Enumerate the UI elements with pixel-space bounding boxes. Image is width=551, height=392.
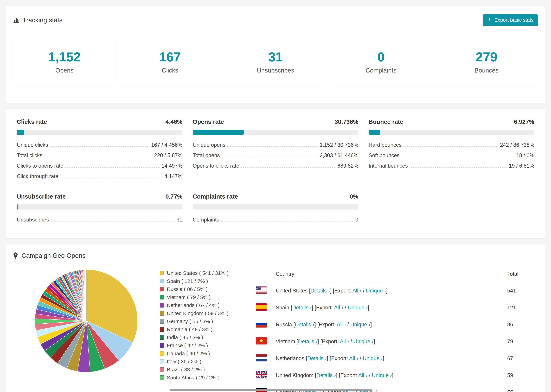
export-unique-link[interactable]: Unique ›	[363, 355, 383, 361]
stat-value: 0	[377, 50, 384, 63]
details-link[interactable]: Details ›	[311, 288, 330, 294]
country-column-header: Country	[274, 268, 505, 282]
rate-row-label: Unique opens	[193, 142, 225, 148]
table-row-spain: Spain [Details ›] [Export: All › / Uniqu…	[254, 299, 538, 316]
flag-vietnam-icon	[256, 337, 267, 344]
rate-row-label: Unique clicks	[17, 142, 48, 148]
dotted-leader	[222, 157, 318, 157]
dotted-leader	[227, 147, 318, 147]
campaign-geo-opens-card: Campaign Geo Opens United States ( 541 /…	[5, 244, 546, 392]
export-unique-link[interactable]: Unique ›	[350, 322, 370, 328]
country-total: 121	[505, 299, 538, 316]
details-link[interactable]: Details ›	[307, 355, 327, 361]
rate-value: 0.77%	[165, 193, 182, 200]
stat-box-bounces: 279Bounces	[434, 38, 539, 86]
row-links: [Details ›] [Export: All › / Unique ›]	[313, 372, 393, 378]
stat-box-clicks: 167Clicks	[117, 38, 223, 86]
rate-row-label: Internal bounces	[369, 163, 408, 169]
export-all-link[interactable]: All ›	[340, 338, 349, 344]
legend-label: Russia ( 86 / 5% )	[167, 286, 208, 292]
rate-row-value: 31	[177, 217, 182, 223]
stat-label: Unsubscribes	[257, 67, 294, 74]
export-unique-link[interactable]: Unique ›	[353, 338, 374, 344]
details-link[interactable]: Details ›	[298, 338, 318, 344]
flag-united-kingdom-icon	[256, 371, 267, 378]
rate-panel-complaints-rate: Complaints rate0%Complaints0	[193, 193, 358, 223]
legend-item-italy: Italy ( 36 / 2% )	[160, 359, 228, 364]
table-row-united-kingdom: United Kingdom [Details ›] [Export: All …	[254, 367, 538, 384]
bracket: ]	[392, 372, 393, 378]
progress-bar-opens-rate	[193, 130, 358, 135]
table-row-united-states: United States [Details ›] [Export: All ›…	[254, 282, 538, 299]
country-name: United Kingdom	[276, 372, 313, 378]
rate-panel-opens-rate: Opens rate30.736%Unique opens1,152 / 30.…	[193, 118, 358, 179]
legend-item-canada: Canada ( 40 / 2% )	[160, 351, 228, 357]
details-link[interactable]: Details ›	[292, 305, 312, 311]
horizontal-scrollbar-thumb[interactable]	[170, 389, 373, 391]
dotted-leader	[65, 167, 159, 168]
rate-row-clicks-to-opens-rate: Clicks to opens rate14.497%	[17, 163, 182, 169]
stat-label: Clicks	[162, 67, 178, 74]
legend-label: Italy ( 36 / 2% )	[167, 359, 201, 364]
rate-row-label: Hard bounces	[369, 142, 402, 148]
geo-table-body: United States [Details ›] [Export: All ›…	[254, 282, 538, 392]
legend-label: United States ( 541 / 31% )	[167, 270, 228, 276]
table-row-vietnam: Vietnam [Details ›] [Export: All › / Uni…	[254, 333, 538, 350]
country-total: 55	[505, 384, 538, 392]
rate-row-value: 689.82%	[338, 163, 358, 169]
rates-card: Clicks rate4.46%Unique clicks167 / 4.456…	[5, 109, 546, 238]
bracket: [	[308, 288, 311, 294]
tracking-stats-row: 1,152Opens167Clicks31Unsubscribes0Compla…	[6, 38, 545, 103]
export-all-link[interactable]: All ›	[337, 322, 346, 328]
bracket: ]	[383, 355, 384, 361]
details-link[interactable]: Details ›	[295, 322, 314, 328]
dotted-leader	[241, 167, 335, 168]
dotted-leader	[51, 221, 175, 222]
legend-item-brazil: Brazil ( 33 / 2% )	[160, 367, 228, 372]
bracket: [	[289, 305, 292, 311]
rate-title: Complaints rate	[193, 193, 238, 200]
flag-russia-icon	[256, 320, 267, 328]
rate-row-internal-bounces: Internal bounces19 / 6.81%	[369, 163, 534, 169]
legend-swatch	[160, 351, 164, 356]
legend-item-united-kingdom: United Kingdom ( 59 / 3% )	[160, 310, 228, 316]
export-unique-link[interactable]: Unique ›	[366, 288, 386, 294]
export-icon	[487, 17, 492, 23]
dashboard-page: Tracking stats Export basic stats 1,152O…	[0, 0, 551, 392]
rate-row-label: Clicks to opens rate	[17, 163, 63, 169]
export-literal: ] [Export:	[330, 288, 352, 294]
progress-bar-bounce-rate	[369, 130, 534, 135]
bracket: ]	[376, 389, 377, 392]
legend-item-russia: Russia ( 86 / 5% )	[160, 286, 228, 292]
export-all-link[interactable]: All ›	[349, 355, 358, 361]
slash-literal: /	[343, 305, 348, 311]
export-unique-link[interactable]: Unique ›	[372, 372, 392, 378]
legend-swatch	[160, 327, 164, 332]
stat-value: 167	[159, 50, 181, 63]
export-all-link[interactable]: All ›	[358, 372, 367, 378]
bracket: [	[313, 372, 316, 378]
rate-row-label: Total clicks	[17, 152, 42, 159]
geo-pie-chart	[33, 268, 139, 374]
tracking-stats-title: Tracking stats	[23, 17, 63, 24]
stat-label: Complaints	[366, 67, 396, 74]
rate-row-value: 18 / 0%	[516, 152, 534, 159]
export-all-link[interactable]: All ›	[352, 288, 361, 294]
geo-table-wrap: Country Total United States [Details ›] …	[254, 268, 538, 392]
legend-label: Canada ( 40 / 2% )	[167, 351, 210, 357]
legend-swatch	[160, 287, 164, 291]
details-link[interactable]: Details ›	[316, 372, 336, 378]
rate-title: Opens rate	[193, 118, 224, 125]
stat-box-opens: 1,152Opens	[12, 38, 117, 86]
country-name: Netherlands	[276, 355, 304, 361]
legend-item-germany: Germany ( 55 / 3% )	[160, 318, 228, 324]
export-basic-stats-button[interactable]: Export basic stats	[483, 14, 538, 26]
location-pin-icon	[13, 252, 18, 259]
progress-bar-complaints-rate	[193, 204, 358, 210]
bracket: ]	[370, 322, 372, 328]
rate-title: Clicks rate	[17, 118, 47, 125]
export-unique-link[interactable]: Unique ›	[348, 305, 368, 311]
export-all-link[interactable]: All ›	[334, 305, 343, 311]
rate-panel-clicks-rate: Clicks rate4.46%Unique clicks167 / 4.456…	[17, 118, 182, 179]
stat-label: Bounces	[474, 67, 498, 74]
